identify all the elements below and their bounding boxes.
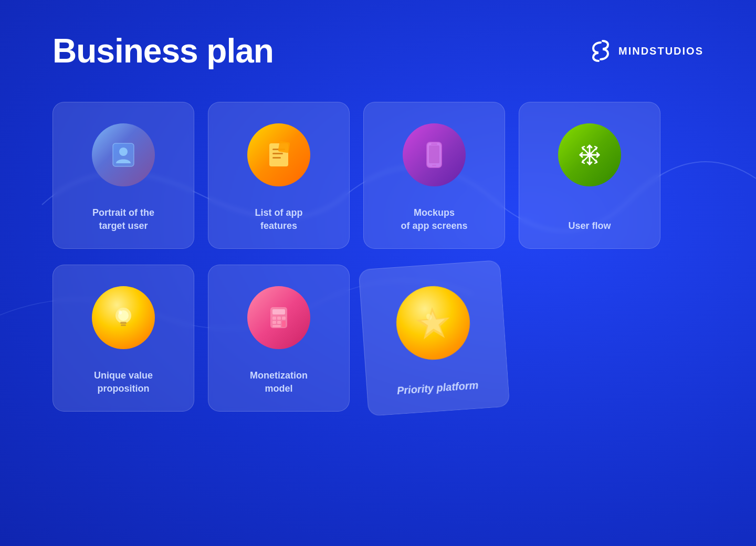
svg-rect-26 — [272, 309, 285, 314]
svg-rect-5 — [272, 157, 281, 159]
card-mockups[interactable]: Mockupsof app screens — [363, 102, 505, 249]
mockups-label: Mockupsof app screens — [401, 206, 467, 233]
svg-rect-30 — [272, 321, 276, 324]
svg-rect-6 — [278, 141, 290, 153]
cards-row-1: Portrait of thetarget user List of appfe… — [52, 102, 704, 249]
priority-platform-label: Priority platform — [396, 377, 479, 398]
svg-rect-9 — [431, 143, 437, 145]
header: Business plan MINDSTUDIOS — [0, 0, 756, 70]
svg-point-1 — [119, 148, 128, 156]
list-features-icon-circle — [247, 123, 310, 186]
user-flow-icon-circle — [558, 123, 621, 186]
unique-value-icon-circle — [92, 286, 155, 349]
svg-rect-8 — [429, 145, 439, 163]
user-flow-svg-icon — [574, 139, 605, 171]
logo-text: MINDSTUDIOS — [618, 45, 704, 57]
svg-rect-23 — [121, 324, 126, 326]
card-user-flow[interactable]: User flow — [519, 102, 660, 249]
cards-row-2: Unique valueproposition — [52, 265, 704, 412]
svg-rect-31 — [277, 321, 281, 324]
card-portrait[interactable]: Portrait of thetarget user — [52, 102, 194, 249]
portrait-label: Portrait of thetarget user — [92, 206, 154, 233]
monetization-label: Monetizationmodel — [250, 369, 308, 395]
mockups-icon-circle — [403, 123, 466, 186]
card-list-features[interactable]: List of appfeatures — [208, 102, 350, 249]
logo: MINDSTUDIOS — [589, 39, 704, 62]
unique-value-label: Unique valueproposition — [94, 369, 153, 395]
unique-value-svg-icon — [108, 302, 139, 333]
card-unique-value[interactable]: Unique valueproposition — [52, 265, 194, 412]
priority-icon-circle — [394, 284, 472, 362]
svg-rect-32 — [282, 321, 286, 327]
list-features-label: List of appfeatures — [255, 206, 303, 233]
svg-rect-22 — [120, 322, 127, 324]
list-features-svg-icon — [263, 139, 295, 171]
card-priority-platform[interactable]: Priority platform — [359, 260, 510, 416]
monetization-svg-icon — [263, 302, 295, 333]
user-flow-label: User flow — [568, 219, 611, 233]
svg-rect-29 — [282, 317, 286, 320]
mockups-svg-icon — [418, 139, 450, 171]
svg-rect-27 — [272, 317, 276, 320]
svg-rect-33 — [272, 325, 281, 327]
cards-grid: Portrait of thetarget user List of appfe… — [0, 70, 756, 412]
svg-rect-28 — [277, 317, 281, 320]
page-title: Business plan — [52, 32, 274, 70]
portrait-icon-circle — [92, 123, 155, 186]
svg-rect-10 — [432, 165, 436, 166]
card-monetization[interactable]: Monetizationmodel — [208, 265, 350, 412]
mindstudios-logo-icon — [589, 39, 612, 62]
priority-svg-icon — [411, 300, 455, 345]
monetization-icon-circle — [247, 286, 310, 349]
portrait-svg-icon — [108, 139, 139, 171]
svg-rect-4 — [272, 153, 283, 154]
